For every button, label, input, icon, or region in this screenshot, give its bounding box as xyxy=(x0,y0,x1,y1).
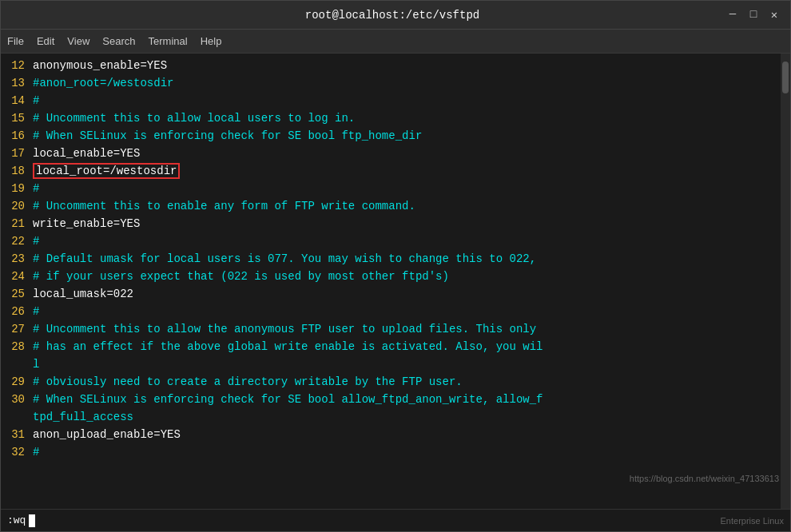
line-15: 15 # Uncomment this to allow local users… xyxy=(1,109,781,127)
menu-help[interactable]: Help xyxy=(201,35,222,47)
line-16: 16 # When SELinux is enforcing check for… xyxy=(1,127,781,145)
minimize-button[interactable]: ─ xyxy=(726,8,739,22)
line-27: 27 # Uncomment this to allow the anonymo… xyxy=(1,320,781,338)
status-left: :wq xyxy=(7,514,35,527)
status-bar: :wq Enterprise Linux xyxy=(1,509,790,531)
menu-search[interactable]: Search xyxy=(102,35,135,47)
line-20: 20 # Uncomment this to enable any form o… xyxy=(1,197,781,215)
line-14: 14 # xyxy=(1,92,781,109)
scrollbar[interactable] xyxy=(781,54,790,509)
menu-view[interactable]: View xyxy=(67,35,89,47)
line-22: 22 # xyxy=(1,232,781,250)
line-30: 30 # When SELinux is enforcing check for… xyxy=(1,391,781,408)
maximize-button[interactable]: □ xyxy=(747,8,760,22)
scrollbar-thumb[interactable] xyxy=(782,62,789,93)
line-18: 18 local_root=/westosdir xyxy=(1,162,781,180)
menu-bar: File Edit View Search Terminal Help xyxy=(1,30,790,54)
vim-command: :wq xyxy=(7,514,26,526)
title-bar: root@localhost:/etc/vsftpd ─ □ ✕ xyxy=(1,1,790,30)
window-title: root@localhost:/etc/vsftpd xyxy=(58,9,726,22)
line-17: 17 local_enable=YES xyxy=(1,145,781,162)
line-28: 28 # has an effect if the above global w… xyxy=(1,338,781,355)
line-25: 25 local_umask=022 xyxy=(1,285,781,303)
line-19: 19 # xyxy=(1,180,781,197)
code-editor[interactable]: 12 anonymous_enable=YES 13 #anon_root=/w… xyxy=(1,54,781,509)
line-13: 13 #anon_root=/westosdir xyxy=(1,74,781,92)
line-21: 21 write_enable=YES xyxy=(1,215,781,232)
line-31: 31 anon_upload_enable=YES xyxy=(1,426,781,443)
enterprise-label: Enterprise Linux xyxy=(721,516,785,526)
menu-file[interactable]: File xyxy=(7,35,24,47)
line-12: 12 anonymous_enable=YES xyxy=(1,57,781,74)
line-26: 26 # xyxy=(1,303,781,320)
menu-terminal[interactable]: Terminal xyxy=(149,35,188,47)
line-30-cont: 30 tpd_full_access xyxy=(1,408,781,426)
window-controls: ─ □ ✕ xyxy=(726,8,781,22)
line-24: 24 # if your users expect that (022 is u… xyxy=(1,268,781,285)
menu-edit[interactable]: Edit xyxy=(37,35,54,47)
terminal-window: root@localhost:/etc/vsftpd ─ □ ✕ File Ed… xyxy=(0,0,791,532)
highlighted-text: local_root=/westosdir xyxy=(33,163,180,179)
close-button[interactable]: ✕ xyxy=(768,8,781,22)
line-29: 29 # obviously need to create a director… xyxy=(1,373,781,391)
line-23: 23 # Default umask for local users is 07… xyxy=(1,250,781,268)
editor-area: 12 anonymous_enable=YES 13 #anon_root=/w… xyxy=(1,54,790,509)
cursor xyxy=(29,514,35,527)
line-32: 32 # xyxy=(1,443,781,461)
line-28-cont: 28 l xyxy=(1,355,781,373)
